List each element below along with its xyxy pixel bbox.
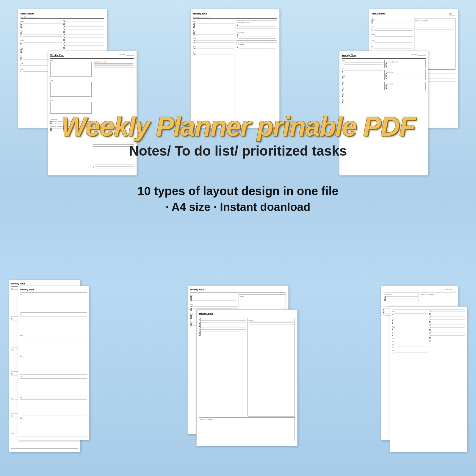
info-text-layouts: 10 types of layout design in one file — [0, 184, 476, 198]
bottom-info-area: 10 types of layout design in one file · … — [0, 184, 476, 214]
main-title: Weekly Planner prinable PDF — [0, 113, 476, 140]
planner-preview-bot-center-front: Weekly Plan — [196, 309, 298, 446]
subtitle: Notes/ To do list/ prioritized tasks — [0, 143, 476, 159]
card-date-2: start date:____________ — [193, 16, 277, 19]
planner-preview-bot-left-back: Weekly Plan Mon Tue Wed Thu Fri Sat Sun — [18, 286, 89, 440]
background: Weekly Plan start date:____________ Mon … — [0, 0, 476, 476]
info-text-size: · A4 size · Instant doanload — [0, 201, 476, 214]
planner-preview-bot-right-front: Mon Tue Wed — [390, 306, 467, 452]
bottom-previews-area: Weekly Plan Mon Tue Wed Thu Fri Sat Sun — [0, 262, 476, 470]
center-text-area: Weekly Planner prinable PDF Notes/ To do… — [0, 113, 476, 159]
card-title-2: Weekly Plan — [193, 12, 277, 15]
planner-preview-top-center: Weekly Plan start date:____________ Mon … — [190, 9, 280, 128]
card-date: start date:____________ — [21, 16, 104, 19]
card-title: Weekly Plan — [21, 12, 104, 15]
